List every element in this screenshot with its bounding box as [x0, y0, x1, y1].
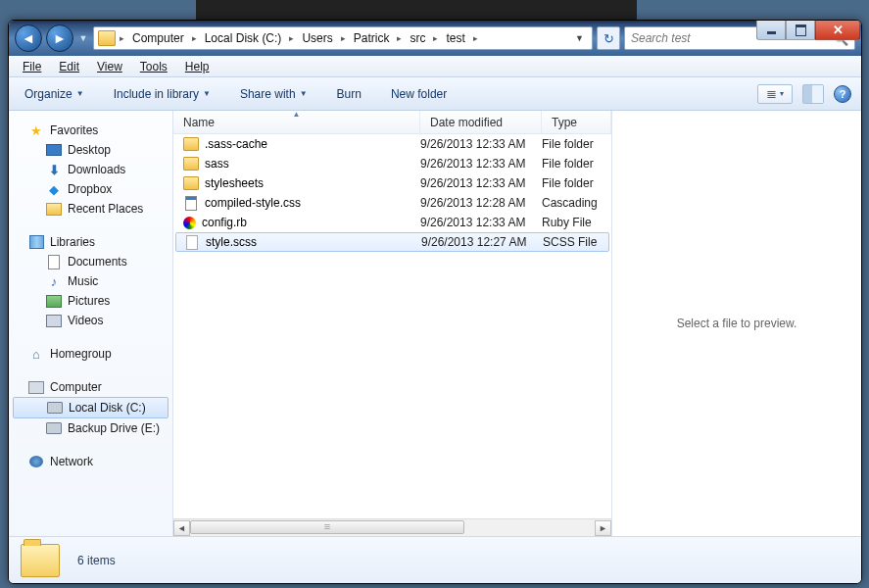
- nav-libraries[interactable]: Libraries: [9, 232, 172, 252]
- nav-homegroup[interactable]: ⌂Homegroup: [9, 344, 172, 364]
- network-icon: [28, 454, 44, 469]
- file-icon: [184, 234, 200, 250]
- homegroup-icon: ⌂: [28, 346, 44, 362]
- documents-icon: [46, 254, 62, 270]
- main-panel: Name▲ Date modified Type .sass-cache9/26…: [173, 111, 861, 536]
- breadcrumb-local-disk[interactable]: Local Disk (C:): [201, 31, 286, 45]
- file-name: stylesheets: [205, 176, 264, 190]
- breadcrumb-arrow-icon[interactable]: ▸: [118, 33, 126, 43]
- folder-icon: [183, 156, 199, 172]
- disk-icon: [46, 420, 62, 436]
- navigation-pane: ★Favorites Desktop ⬇Downloads ◆Dropbox R…: [9, 111, 173, 536]
- history-dropdown[interactable]: ▼: [77, 33, 89, 43]
- breadcrumb-arrow-icon[interactable]: ▸: [395, 33, 404, 43]
- file-row[interactable]: style.scss9/26/2013 12:27 AMSCSS File: [175, 232, 609, 252]
- preview-pane-button[interactable]: [802, 84, 824, 104]
- nav-desktop[interactable]: Desktop: [9, 140, 172, 160]
- details-item-count: 6 items: [77, 554, 116, 567]
- file-row[interactable]: sass9/26/2013 12:33 AMFile folder: [173, 154, 611, 173]
- window-controls: ✕: [756, 21, 860, 40]
- back-button[interactable]: ◄: [15, 24, 42, 52]
- help-button[interactable]: ?: [834, 85, 851, 103]
- music-icon: ♪: [46, 273, 62, 289]
- menu-file[interactable]: File: [15, 58, 49, 75]
- view-options-button[interactable]: [757, 84, 793, 104]
- nav-dropbox[interactable]: ◆Dropbox: [9, 179, 172, 199]
- horizontal-scrollbar[interactable]: ◄ ►: [173, 518, 611, 536]
- file-type: File folder: [542, 137, 611, 151]
- file-name: .sass-cache: [205, 137, 267, 151]
- address-dropdown-icon[interactable]: ▼: [573, 33, 588, 43]
- scroll-track[interactable]: [190, 520, 595, 536]
- file-date: 9/26/2013 12:33 AM: [420, 216, 542, 229]
- column-type[interactable]: Type: [542, 111, 611, 133]
- breadcrumb-arrow-icon[interactable]: ▸: [339, 33, 348, 43]
- libraries-icon: [28, 234, 44, 250]
- breadcrumb-arrow-icon[interactable]: ▸: [431, 33, 440, 43]
- downloads-icon: ⬇: [46, 162, 62, 177]
- breadcrumb-patrick[interactable]: Patrick: [350, 31, 394, 45]
- folder-icon: [183, 136, 199, 152]
- menu-bar: File Edit View Tools Help: [9, 56, 861, 77]
- file-date: 9/26/2013 12:33 AM: [420, 137, 542, 151]
- column-headers: Name▲ Date modified Type: [173, 111, 611, 134]
- maximize-button[interactable]: [786, 21, 815, 40]
- explorer-window: ✕ ◄ ► ▼ ▸ Computer ▸ Local Disk (C:) ▸ U…: [8, 20, 862, 584]
- background-window: [196, 0, 637, 20]
- menu-tools[interactable]: Tools: [132, 58, 175, 75]
- menu-edit[interactable]: Edit: [51, 58, 87, 75]
- menu-view[interactable]: View: [89, 58, 130, 75]
- file-type: File folder: [542, 176, 611, 190]
- file-type: Cascading: [542, 196, 611, 210]
- file-date: 9/26/2013 12:28 AM: [420, 196, 542, 210]
- breadcrumb-src[interactable]: src: [406, 31, 429, 45]
- nav-music[interactable]: ♪Music: [9, 271, 172, 291]
- include-in-library-button[interactable]: Include in library▼: [108, 84, 217, 104]
- folder-icon: [98, 30, 116, 46]
- breadcrumb-arrow-icon[interactable]: ▸: [287, 33, 296, 43]
- nav-downloads[interactable]: ⬇Downloads: [9, 160, 172, 179]
- file-type: File folder: [542, 157, 611, 171]
- breadcrumb-test[interactable]: test: [442, 31, 468, 45]
- nav-favorites[interactable]: ★Favorites: [9, 121, 172, 140]
- new-folder-button[interactable]: New folder: [385, 84, 453, 104]
- refresh-button[interactable]: ↻: [597, 26, 620, 50]
- nav-local-disk-c[interactable]: Local Disk (C:): [13, 397, 169, 418]
- file-row[interactable]: config.rb9/26/2013 12:33 AMRuby File: [173, 213, 611, 232]
- file-type: SCSS File: [543, 235, 608, 249]
- nav-network[interactable]: Network: [9, 452, 172, 471]
- column-name[interactable]: Name▲: [173, 111, 420, 133]
- close-button[interactable]: ✕: [815, 21, 860, 40]
- menu-help[interactable]: Help: [177, 58, 217, 75]
- scroll-left-button[interactable]: ◄: [173, 520, 190, 536]
- navigation-bar: ◄ ► ▼ ▸ Computer ▸ Local Disk (C:) ▸ Use…: [9, 21, 861, 56]
- nav-backup-drive-e[interactable]: Backup Drive (E:): [9, 418, 172, 438]
- file-date: 9/26/2013 12:27 AM: [421, 235, 543, 249]
- share-with-button[interactable]: Share with▼: [234, 84, 314, 104]
- nav-videos[interactable]: Videos: [9, 311, 172, 330]
- breadcrumb-arrow-icon[interactable]: ▸: [190, 33, 199, 43]
- forward-button[interactable]: ►: [46, 24, 73, 52]
- file-row[interactable]: compiled-style.css9/26/2013 12:28 AMCasc…: [173, 193, 611, 213]
- desktop-icon: [46, 142, 62, 158]
- css-icon: [183, 195, 199, 211]
- scroll-right-button[interactable]: ►: [595, 520, 611, 536]
- file-row[interactable]: stylesheets9/26/2013 12:33 AMFile folder: [173, 173, 611, 193]
- breadcrumb-arrow-icon[interactable]: ▸: [471, 33, 480, 43]
- content-area: ★Favorites Desktop ⬇Downloads ◆Dropbox R…: [9, 111, 861, 536]
- nav-pictures[interactable]: Pictures: [9, 291, 172, 311]
- pictures-icon: [46, 293, 62, 309]
- file-name: config.rb: [202, 216, 247, 229]
- organize-button[interactable]: Organize▼: [19, 84, 90, 104]
- nav-computer[interactable]: Computer: [9, 377, 172, 397]
- minimize-button[interactable]: [756, 21, 786, 40]
- scroll-thumb[interactable]: [190, 520, 464, 534]
- nav-recent-places[interactable]: Recent Places: [9, 199, 172, 219]
- file-row[interactable]: .sass-cache9/26/2013 12:33 AMFile folder: [173, 134, 611, 154]
- breadcrumb-computer[interactable]: Computer: [128, 31, 188, 45]
- burn-button[interactable]: Burn: [331, 84, 367, 104]
- column-date-modified[interactable]: Date modified: [420, 111, 542, 133]
- nav-documents[interactable]: Documents: [9, 252, 172, 271]
- address-bar[interactable]: ▸ Computer ▸ Local Disk (C:) ▸ Users ▸ P…: [93, 26, 593, 50]
- breadcrumb-users[interactable]: Users: [298, 31, 336, 45]
